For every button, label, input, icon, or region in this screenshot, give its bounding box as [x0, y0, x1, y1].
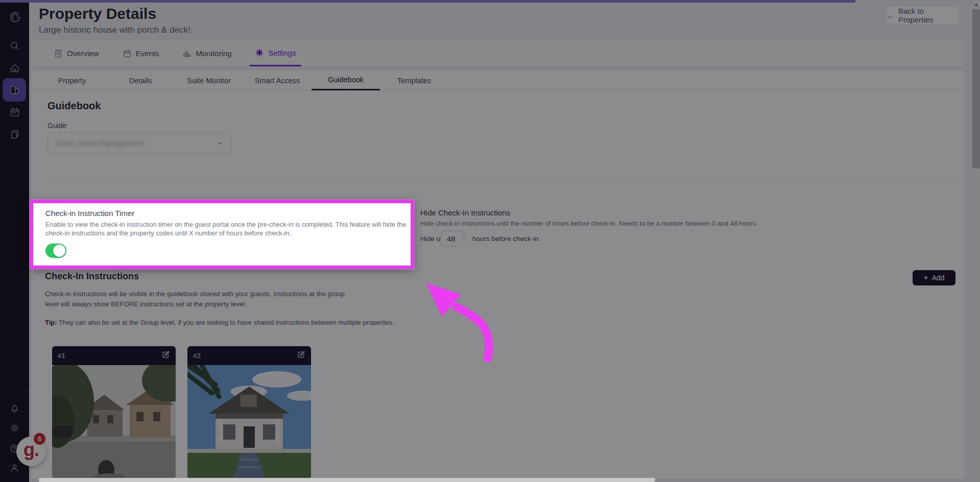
- horizontal-scrollbar[interactable]: [39, 478, 655, 482]
- toggle-knob: [53, 245, 65, 257]
- annotation-arrow: [414, 276, 500, 365]
- timer-description: Enable to view the check-in instruction …: [45, 220, 414, 237]
- timer-toggle-on[interactable]: [45, 244, 66, 258]
- check-in-instruction-timer-section: Check-in Instruction Timer Enable to vie…: [30, 200, 414, 269]
- timer-title: Check-in Instruction Timer: [45, 209, 411, 218]
